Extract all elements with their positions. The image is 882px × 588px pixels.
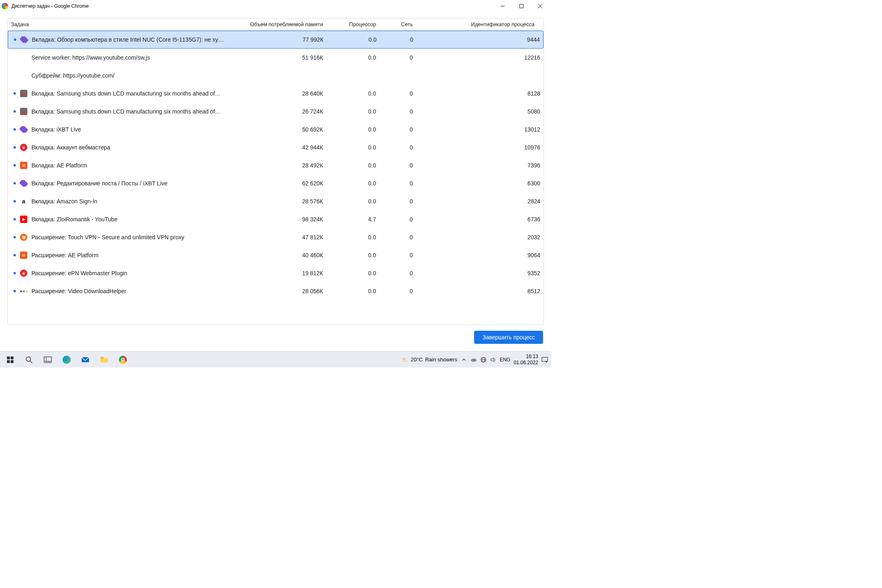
task-name: Вкладка: Обзор компьютера в стиле Intel …: [32, 36, 224, 43]
cell-network: 0: [379, 180, 416, 187]
cell-pid: 12216: [416, 54, 543, 61]
task-name: Вкладка: iXBT Live: [31, 126, 81, 133]
table-row[interactable]: UРасширение: AE Platform40 460К0.009064: [8, 246, 543, 264]
cell-cpu: 0.0: [326, 108, 379, 115]
table-row[interactable]: ▶Вкладка: ZloiRomantik - YouTube98 324К4…: [8, 210, 543, 228]
active-bullet-icon: [13, 254, 16, 256]
start-button[interactable]: [2, 352, 19, 368]
active-bullet-icon: [13, 290, 16, 292]
network-icon[interactable]: [480, 356, 487, 363]
chrome-app-icon[interactable]: [114, 352, 131, 368]
svg-point-17: [471, 359, 477, 362]
cell-network: 0: [379, 198, 416, 205]
weather-widget[interactable]: ⛅ 20°C Rain showers: [402, 356, 457, 363]
weather-icon: ⛅: [402, 356, 408, 363]
end-process-button[interactable]: Завершить процесс: [474, 331, 543, 344]
table-header: Задача Объем потребляемой памяти Процесс…: [8, 18, 543, 31]
active-bullet-icon: [13, 56, 16, 59]
cell-network: 0: [379, 144, 416, 151]
task-view-button[interactable]: [39, 352, 56, 368]
cell-cpu: 0.0: [326, 198, 379, 205]
active-bullet-icon: [13, 92, 16, 95]
col-pid[interactable]: Идентификатор процесса: [416, 21, 538, 27]
cell-memory: 50 692К: [236, 126, 326, 133]
cell-pid: 13012: [416, 126, 543, 133]
task-name: Расширение: AE Platform: [31, 252, 98, 258]
active-bullet-icon: [14, 38, 16, 41]
maximize-button[interactable]: [512, 0, 531, 12]
task-name: Расширение: Video DownloadHelper: [31, 288, 126, 294]
search-button[interactable]: [20, 352, 38, 368]
table-row[interactable]: ◣Вкладка: Samsung shuts down LCD manufac…: [8, 102, 543, 120]
cell-pid: 5080: [416, 108, 543, 115]
tray-chevron-up-icon[interactable]: [461, 356, 467, 363]
task-table: Задача Объем потребляемой памяти Процесс…: [7, 18, 544, 325]
cell-memory: 62 620К: [236, 180, 326, 187]
cell-cpu: 0.0: [326, 162, 379, 169]
svg-rect-10: [44, 357, 51, 361]
cell-pid: 10976: [416, 144, 543, 151]
cell-pid: 2824: [416, 198, 543, 205]
mail-app-icon[interactable]: [77, 352, 94, 368]
volume-icon[interactable]: [490, 356, 497, 363]
active-bullet-icon: [13, 146, 16, 149]
cell-network: 0: [379, 108, 416, 115]
onedrive-icon[interactable]: [470, 356, 477, 363]
clock-date: 01.06.2022: [514, 360, 538, 365]
table-row[interactable]: Service worker: https://www.youtube.com/…: [8, 49, 543, 67]
cell-network: 0: [379, 162, 416, 169]
task-name: Вкладка: AE Platform: [31, 162, 87, 169]
table-row[interactable]: Расширение: Video DownloadHelper28 056К0…: [8, 282, 543, 300]
table-row[interactable]: Вкладка: Редактирование поста / Посты / …: [8, 174, 543, 192]
svg-point-8: [26, 357, 31, 361]
table-row[interactable]: UВкладка: AE Platform28 492К0.007396: [8, 156, 543, 174]
language-indicator[interactable]: ENG: [500, 357, 510, 363]
explorer-app-icon[interactable]: [96, 352, 113, 368]
table-body[interactable]: Вкладка: Обзор компьютера в стиле Intel …: [8, 31, 543, 325]
cell-memory: 42 944К: [236, 144, 326, 151]
active-bullet-icon: [13, 272, 16, 274]
action-center-icon[interactable]: [541, 356, 548, 363]
table-row[interactable]: eРасширение: ePN Webmaster Plugin19 812К…: [8, 264, 543, 282]
cell-memory: 19 812К: [236, 270, 326, 276]
clock[interactable]: 16:13 01.06.2022: [514, 354, 538, 365]
svg-marker-23: [546, 361, 547, 363]
cell-pid: 9444: [416, 36, 543, 43]
table-row[interactable]: Субфрейм: https://youtube.com/: [8, 67, 543, 85]
cell-cpu: 0.0: [327, 36, 380, 43]
cell-network: 0: [379, 252, 416, 258]
col-cpu[interactable]: Процессор: [326, 21, 379, 27]
table-row[interactable]: aВкладка: Amazon Sign-In28 576К0.002824: [8, 192, 543, 210]
chrome-icon: [2, 3, 8, 9]
edge-app-icon[interactable]: [58, 352, 75, 368]
cell-pid: 9352: [416, 270, 543, 276]
table-row[interactable]: ⊕Расширение: Touch VPN - Secure and unli…: [8, 228, 543, 246]
cell-cpu: 0.0: [326, 54, 379, 61]
table-row[interactable]: ◣Вкладка: Samsung shuts down LCD manufac…: [8, 85, 543, 102]
cell-network: 0: [380, 36, 416, 43]
table-row[interactable]: eВкладка: Аккаунт вебмастера42 944К0.001…: [8, 138, 543, 156]
active-bullet-icon: [13, 182, 16, 185]
weather-temp: 20°C: [411, 356, 423, 363]
cell-pid: 8512: [416, 288, 543, 294]
cell-network: 0: [379, 126, 416, 133]
col-network[interactable]: Сеть: [379, 21, 416, 27]
cell-cpu: 0.0: [326, 90, 379, 97]
close-button[interactable]: [531, 0, 550, 12]
task-name: Service worker: https://www.youtube.com/…: [31, 54, 150, 61]
cell-pid: 6300: [416, 180, 543, 187]
svg-rect-15: [100, 358, 108, 363]
cell-memory: 28 492К: [236, 162, 326, 169]
active-bullet-icon: [13, 128, 16, 131]
cell-memory: 47 812К: [236, 234, 326, 241]
table-row[interactable]: Вкладка: iXBT Live50 692К0.0013012: [8, 120, 543, 138]
windows-taskbar: ⛅ 20°C Rain showers ENG 16:13 01.06.2022: [0, 351, 551, 368]
svg-marker-21: [491, 358, 494, 362]
svg-rect-4: [7, 356, 10, 359]
col-task[interactable]: Задача: [8, 21, 236, 27]
svg-rect-16: [100, 357, 104, 359]
active-bullet-icon: [13, 164, 16, 167]
minimize-button[interactable]: [493, 0, 512, 12]
col-memory[interactable]: Объем потребляемой памяти: [236, 21, 326, 27]
table-row[interactable]: Вкладка: Обзор компьютера в стиле Intel …: [8, 31, 543, 49]
